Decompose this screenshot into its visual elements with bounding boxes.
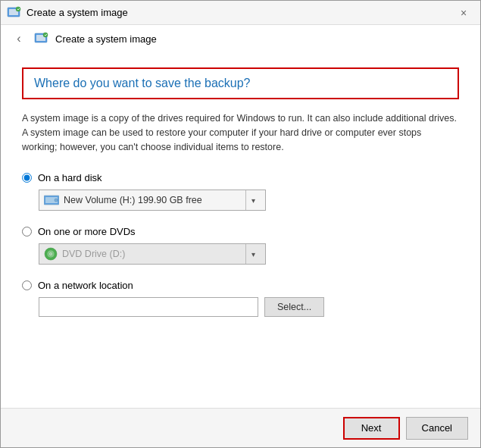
close-button[interactable]: × xyxy=(453,2,474,23)
hard-disk-section: On a hard disk New Volume (H:) 199.90 GB… xyxy=(22,172,459,211)
svg-point-2 xyxy=(16,7,20,11)
question-text: Where do you want to save the backup? xyxy=(34,77,251,89)
dvd-value: DVD Drive (D:) xyxy=(62,249,125,259)
dvd-label: On one or more DVDs xyxy=(38,226,136,237)
back-button[interactable]: ‹ xyxy=(10,30,28,48)
select-button[interactable]: Select... xyxy=(264,297,324,317)
hard-disk-label: On a hard disk xyxy=(38,172,102,183)
dvd-option[interactable]: On one or more DVDs xyxy=(22,226,459,237)
svg-point-9 xyxy=(55,199,58,202)
dvd-dropdown-wrapper: DVD Drive (D:) ▾ xyxy=(39,243,459,265)
main-content: Where do you want to save the backup? A … xyxy=(1,52,480,408)
window: Create a system image × ‹ Create a syste… xyxy=(0,0,481,448)
footer: Next Cancel xyxy=(1,408,480,447)
title-bar-left: Create a system image xyxy=(7,5,128,20)
nav-icon xyxy=(34,31,49,46)
hard-disk-dropdown[interactable]: New Volume (H:) 199.90 GB free ▾ xyxy=(39,190,266,211)
network-section: On a network location Select... xyxy=(22,280,459,317)
network-label: On a network location xyxy=(38,280,133,291)
hard-disk-value: New Volume (H:) 199.90 GB free xyxy=(64,195,202,205)
hard-disk-arrow: ▾ xyxy=(245,190,261,210)
description-text: A system image is a copy of the drives r… xyxy=(22,111,459,154)
cancel-button[interactable]: Cancel xyxy=(406,417,468,440)
dvd-dropdown[interactable]: DVD Drive (D:) ▾ xyxy=(39,243,266,265)
svg-point-5 xyxy=(43,33,48,37)
app-icon xyxy=(7,5,22,20)
nav-title: Create a system image xyxy=(55,33,157,45)
hard-disk-radio[interactable] xyxy=(22,173,32,183)
network-option[interactable]: On a network location xyxy=(22,280,459,291)
hard-disk-option[interactable]: On a hard disk xyxy=(22,172,459,183)
dvd-icon xyxy=(44,247,58,261)
dvd-section: On one or more DVDs DVD Drive (D:) ▾ xyxy=(22,226,459,265)
next-button[interactable]: Next xyxy=(343,417,400,440)
dvd-radio[interactable] xyxy=(22,227,32,237)
question-box: Where do you want to save the backup? xyxy=(22,67,459,99)
title-bar: Create a system image × xyxy=(1,1,480,25)
network-radio[interactable] xyxy=(22,280,32,290)
svg-point-13 xyxy=(50,253,52,255)
title-bar-text: Create a system image xyxy=(27,7,128,18)
network-input-row: Select... xyxy=(39,297,459,317)
dvd-arrow: ▾ xyxy=(245,244,261,264)
nav-bar: ‹ Create a system image xyxy=(1,25,480,52)
network-input[interactable] xyxy=(39,297,258,317)
hard-disk-dropdown-wrapper: New Volume (H:) 199.90 GB free ▾ xyxy=(39,190,459,211)
hdd-icon xyxy=(44,195,59,205)
